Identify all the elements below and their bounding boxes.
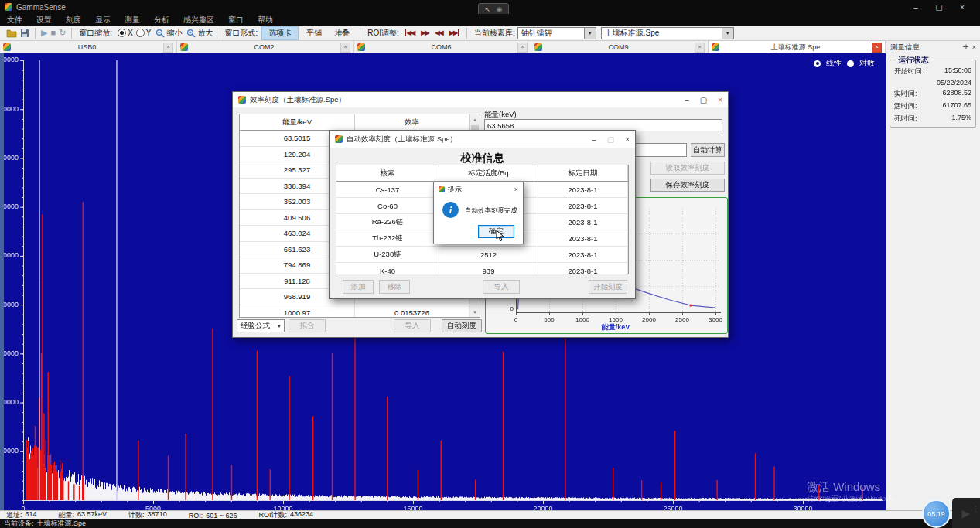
recorder-cursor-icon[interactable]: ↖ — [485, 6, 491, 13]
pin-icon[interactable] — [962, 43, 969, 52]
tab-soil-standard-spe[interactable]: 土壤标准源.Spe × — [709, 41, 886, 53]
recorder-stop-icon[interactable]: ◉ — [497, 6, 503, 13]
tab-close-icon[interactable]: × — [340, 43, 350, 53]
tab-close-icon[interactable]: × — [163, 43, 173, 53]
table-row: 1000.970.0153726 — [240, 305, 480, 319]
tab-close-icon[interactable]: × — [695, 43, 705, 53]
restore-icon[interactable]: ▢ — [927, 0, 951, 14]
measurement-info-panel: 运行状态 开始时间:15:50:06 05/22/2024 实时间:62808.… — [886, 53, 980, 510]
close-icon[interactable]: × — [951, 0, 974, 14]
roi-back-icon[interactable]: ◀◀ — [435, 29, 442, 36]
menu-item-roi[interactable]: 感兴趣区 — [176, 15, 221, 26]
message-title-bar[interactable]: 提示 × — [434, 182, 523, 196]
read-efficiency-button[interactable]: 读取效率刻度 — [650, 162, 725, 175]
chevron-down-icon[interactable]: ▼ — [584, 28, 596, 39]
auto-calc-button[interactable]: 自动计算 — [691, 143, 725, 157]
toolbar: ▶ ■ ↻ 窗口缩放: X Y 缩小 放大 窗口形式: 选项卡 平铺 堆叠 RO… — [0, 26, 980, 41]
close-icon[interactable]: × — [718, 96, 722, 104]
restore-icon[interactable]: ▢ — [607, 135, 614, 144]
info-panel-title: 测量信息 — [890, 43, 920, 53]
window-controls: – ▢ × — [904, 0, 974, 14]
app-icon — [357, 43, 365, 51]
menu-item-display[interactable]: 显示 — [88, 15, 118, 26]
scroll-down-icon[interactable]: ▼ — [470, 307, 480, 317]
mode-stack-button[interactable]: 堆叠 — [328, 27, 356, 39]
menu-item-measure[interactable]: 测量 — [118, 15, 147, 26]
tab-close-icon[interactable]: × — [517, 43, 528, 53]
auto-calibration-button[interactable]: 自动刻度 — [442, 319, 482, 332]
remove-button[interactable]: 移除 — [379, 280, 410, 294]
minimize-icon[interactable]: – — [685, 96, 689, 104]
save-efficiency-button[interactable]: 保存效率刻度 — [650, 179, 725, 192]
run-status-group: 运行状态 开始时间:15:50:06 05/22/2024 实时间:62808.… — [890, 60, 976, 128]
mode-tile-button[interactable]: 平铺 — [300, 27, 328, 39]
restore-icon[interactable]: ▢ — [700, 96, 707, 104]
spectrum-file-value: 土壤标准源.Spe — [602, 28, 722, 39]
calibration-info-heading: 校准信息 — [330, 152, 635, 165]
run-status-title: 运行状态 — [896, 55, 931, 66]
window-title: GammaSense — [16, 3, 66, 12]
refresh-icon[interactable]: ↻ — [59, 29, 66, 37]
dialog-title-bar[interactable]: 自动效率刻度（土壤标准源.Spe） – ▢ × — [330, 131, 635, 148]
recording-timer-badge[interactable]: 05:19 — [922, 499, 951, 528]
spectrum-file-select[interactable]: 土壤标准源.Spe ▼ — [601, 27, 734, 39]
formula-select[interactable]: 经验公式 ▼ — [237, 319, 285, 332]
video-play-icon[interactable]: ▶ — [962, 507, 971, 519]
menu-item-file[interactable]: 文件 — [0, 15, 29, 26]
menu-item-settings[interactable]: 设置 — [29, 15, 59, 26]
log-radio[interactable] — [847, 60, 854, 67]
app-icon — [5, 3, 12, 11]
zoom-x-label: X — [128, 29, 133, 37]
roi-forward-icon[interactable]: ▶▶ — [421, 29, 429, 36]
fit-button[interactable]: 拟合 — [289, 319, 326, 332]
table-header-row: 能量/keV 效率 — [240, 114, 480, 131]
tab-usb0[interactable]: USB0 × — [0, 41, 177, 53]
close-icon[interactable]: × — [514, 186, 518, 193]
info-row: 实时间:62808.52 — [893, 87, 972, 100]
roi-adjust-label: ROI调整: — [367, 28, 399, 39]
dialog-title: 效率刻度（土壤标准源.Spe） — [250, 95, 346, 105]
zoom-in-icon[interactable] — [186, 29, 196, 38]
more-icon[interactable]: ⋮ — [972, 506, 978, 513]
table-header-row: 核素 标定活度/Bq 标定日期 — [336, 165, 628, 182]
zoom-y-radio[interactable] — [136, 29, 145, 37]
roi-last-icon[interactable]: ▶▶ — [449, 29, 459, 36]
open-folder-icon[interactable] — [6, 29, 17, 38]
play-icon[interactable]: ▶ — [41, 29, 47, 37]
menu-item-analysis[interactable]: 分析 — [147, 15, 176, 26]
roi-first-icon[interactable]: ◀◀ — [405, 29, 415, 36]
nuclide-library-select[interactable]: 铀钍镭钾 ▼ — [517, 27, 596, 39]
minimize-icon[interactable]: – — [904, 0, 927, 14]
table-row: K-409392023-8-1 — [336, 263, 628, 274]
menu-item-window[interactable]: 窗口 — [221, 15, 251, 26]
menu-item-calibration[interactable]: 刻度 — [59, 15, 88, 26]
save-icon[interactable] — [20, 29, 29, 38]
chevron-down-icon: ▼ — [277, 324, 284, 329]
linear-radio[interactable] — [814, 60, 821, 67]
zoom-out-icon[interactable] — [155, 29, 165, 38]
start-calibration-button[interactable]: 开始刻度 — [589, 280, 627, 294]
close-icon[interactable]: × — [625, 135, 630, 144]
mode-tab-button[interactable]: 选项卡 — [261, 26, 299, 40]
tab-com6[interactable]: COM6 × — [354, 41, 531, 53]
tab-close-icon[interactable]: × — [872, 43, 882, 53]
dialog-title-bar[interactable]: 效率刻度（土壤标准源.Spe） – ▢ × — [233, 92, 728, 107]
ok-button[interactable]: 确定 — [478, 225, 514, 238]
zoom-out-label[interactable]: 缩小 — [166, 28, 182, 39]
import-button[interactable]: 导入 — [483, 280, 520, 294]
video-overlay[interactable]: ▶ ⋮ — [952, 498, 980, 528]
divider — [217, 28, 217, 39]
tab-com9[interactable]: COM9 × — [531, 41, 709, 53]
zoom-x-radio[interactable] — [118, 29, 126, 37]
message-text: 自动效率刻度完成 — [465, 206, 517, 216]
tab-com2[interactable]: COM2 × — [177, 41, 354, 53]
stop-icon[interactable]: ■ — [50, 29, 56, 37]
minimize-icon[interactable]: – — [592, 135, 596, 144]
chevron-down-icon[interactable]: ▼ — [722, 28, 733, 39]
zoom-in-label[interactable]: 放大 — [197, 28, 213, 39]
panel-close-icon[interactable]: × — [972, 44, 976, 51]
scroll-up-icon[interactable]: ▲ — [470, 114, 480, 124]
menu-item-help[interactable]: 帮助 — [251, 15, 280, 26]
add-button[interactable]: 添加 — [343, 280, 374, 294]
import-button[interactable]: 导入 — [394, 319, 431, 332]
